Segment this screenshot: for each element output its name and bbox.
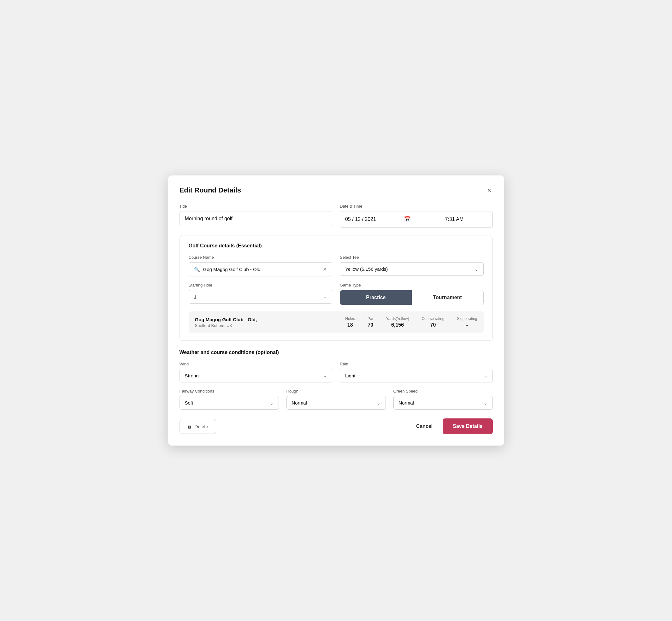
title-input[interactable] [179,211,333,226]
tournament-toggle-button[interactable]: Tournament [412,290,483,305]
chevron-down-icon-3: ⌄ [323,373,327,378]
rain-group: Rain Light ⌄ [340,362,493,382]
green-speed-label: Green Speed [393,389,493,394]
golf-course-section-title: Golf Course details (Essential) [189,243,484,249]
golf-course-section: Golf Course details (Essential) Course N… [179,235,493,341]
par-value: 70 [368,322,373,328]
course-tee-row: Course Name 🔍 ✕ Select Tee Yellow (6,156… [189,255,484,277]
green-speed-group: Green Speed Normal ⌄ [393,389,493,410]
wind-rain-row: Wind Strong ⌄ Rain Light ⌄ [179,362,493,382]
chevron-down-icon-2: ⌄ [323,294,327,299]
rough-dropdown[interactable]: Normal ⌄ [287,396,386,410]
date-input[interactable]: 05 / 12 / 2021 📅 [340,211,416,227]
yards-value: 6,156 [391,322,404,328]
slope-rating-value: - [466,322,468,328]
chevron-down-icon: ⌄ [474,266,478,272]
course-info-name: Gog Magog Golf Club - Old, Shelford Bott… [195,317,345,328]
course-name-group: Course Name 🔍 ✕ [189,255,333,277]
cancel-button[interactable]: Cancel [409,419,440,433]
rain-label: Rain [340,362,493,366]
course-name-input[interactable] [203,266,320,272]
title-label: Title [179,204,333,209]
course-name-label: Course Name [189,255,333,260]
par-label: Par [368,317,374,321]
rain-dropdown[interactable]: Light ⌄ [340,369,493,382]
practice-toggle-button[interactable]: Practice [340,290,412,305]
stat-course-rating: Course rating 70 [421,317,444,328]
select-tee-label: Select Tee [340,255,484,260]
weather-section: Weather and course conditions (optional)… [179,349,493,410]
green-speed-value: Normal [399,400,414,406]
stat-yards: Yards(Yellow) 6,156 [386,317,409,328]
starting-hole-group: Starting Hole 1 ⌄ [189,283,333,305]
delete-button[interactable]: 🗑 Delete [179,419,216,434]
fairway-group: Fairway Conditions Soft ⌄ [179,389,279,410]
time-value: 7:31 AM [445,216,464,222]
starting-hole-dropdown[interactable]: 1 ⌄ [189,290,333,303]
close-button[interactable]: × [486,185,493,195]
course-info-bar: Gog Magog Golf Club - Old, Shelford Bott… [189,312,484,333]
wind-value: Strong [185,373,199,378]
stat-holes: Holes 18 [345,317,355,328]
rough-value: Normal [292,400,307,406]
chevron-down-icon-4: ⌄ [484,373,488,378]
slope-rating-label: Slope rating [457,317,477,321]
fairway-rough-green-row: Fairway Conditions Soft ⌄ Rough Normal ⌄… [179,389,493,410]
delete-label: Delete [195,424,208,429]
search-icon: 🔍 [194,266,200,272]
holes-value: 18 [347,322,353,328]
course-rating-value: 70 [430,322,436,328]
game-type-toggle: Practice Tournament [340,290,484,305]
datetime-group: Date & Time 05 / 12 / 2021 📅 7:31 AM [340,204,493,227]
wind-label: Wind [179,362,333,366]
green-speed-dropdown[interactable]: Normal ⌄ [393,396,493,410]
footer-row: 🗑 Delete Cancel Save Details [179,418,493,434]
course-stats: Holes 18 Par 70 Yards(Yellow) 6,156 Cour… [345,317,477,328]
fairway-dropdown[interactable]: Soft ⌄ [179,396,279,410]
starting-hole-value: 1 [194,294,197,299]
footer-right: Cancel Save Details [409,418,493,434]
edit-round-modal: Edit Round Details × Title Date & Time 0… [168,175,504,446]
title-field-group: Title [179,204,333,227]
course-name-clear-button[interactable]: ✕ [323,266,327,272]
weather-section-title: Weather and course conditions (optional) [179,349,493,355]
time-input[interactable]: 7:31 AM [416,211,493,227]
course-name-input-wrap[interactable]: 🔍 ✕ [189,262,333,277]
fairway-label: Fairway Conditions [179,389,279,394]
yards-label: Yards(Yellow) [386,317,409,321]
select-tee-value: Yellow (6,156 yards) [345,266,388,272]
course-info-name-text: Gog Magog Golf Club - Old, [195,317,345,322]
chevron-down-icon-5: ⌄ [270,401,274,406]
holes-label: Holes [345,317,355,321]
fairway-value: Soft [185,400,194,406]
hole-gametype-row: Starting Hole 1 ⌄ Game Type Practice Tou… [189,283,484,305]
stat-par: Par 70 [368,317,374,328]
date-value: 05 / 12 / 2021 [345,216,376,222]
datetime-inputs: 05 / 12 / 2021 📅 7:31 AM [340,211,493,227]
game-type-group: Game Type Practice Tournament [340,283,484,305]
course-rating-label: Course rating [421,317,444,321]
rain-value: Light [345,373,355,378]
starting-hole-label: Starting Hole [189,283,333,287]
course-info-location: Shelford Bottom, UK [195,323,345,328]
wind-dropdown[interactable]: Strong ⌄ [179,369,333,382]
rough-label: Rough [287,389,386,394]
save-button[interactable]: Save Details [443,418,493,434]
datetime-label: Date & Time [340,204,493,209]
modal-header: Edit Round Details × [179,185,493,195]
game-type-label: Game Type [340,283,484,287]
modal-title: Edit Round Details [179,186,241,194]
rough-group: Rough Normal ⌄ [287,389,386,410]
calendar-icon: 📅 [404,216,411,223]
chevron-down-icon-7: ⌄ [484,401,488,406]
top-row: Title Date & Time 05 / 12 / 2021 📅 7:31 … [179,204,493,227]
select-tee-dropdown[interactable]: Yellow (6,156 yards) ⌄ [340,262,484,276]
stat-slope-rating: Slope rating - [457,317,477,328]
wind-group: Wind Strong ⌄ [179,362,333,382]
trash-icon: 🗑 [187,424,192,429]
chevron-down-icon-6: ⌄ [377,401,380,406]
select-tee-group: Select Tee Yellow (6,156 yards) ⌄ [340,255,484,277]
